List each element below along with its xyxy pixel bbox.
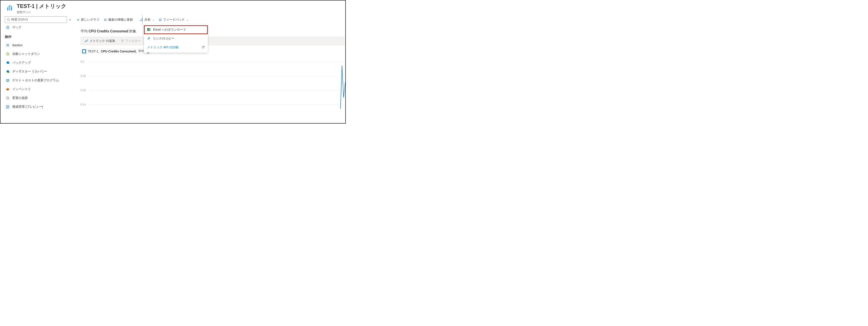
bastion-icon bbox=[6, 43, 10, 47]
menu-item-excel-download[interactable]: X Excel へのダウンロード bbox=[144, 25, 208, 34]
svg-point-29 bbox=[86, 40, 86, 41]
share-button[interactable]: 共有 ⌄ bbox=[138, 16, 156, 24]
add-metric-button[interactable]: メトリック の追加 bbox=[83, 37, 117, 45]
svg-rect-16 bbox=[7, 97, 9, 99]
lock-icon bbox=[6, 26, 10, 29]
sidebar-item-config-mgmt[interactable]: 構成管理 (プレビュー) bbox=[5, 102, 71, 111]
svg-point-9 bbox=[7, 45, 8, 46]
button-label: メトリック の追加 bbox=[90, 39, 115, 43]
sidebar-item-label: インベントリ bbox=[12, 87, 31, 91]
sidebar-item-label: 変更の追跡 bbox=[12, 96, 28, 100]
svg-point-22 bbox=[160, 19, 160, 20]
sidebar-item-label: ロック bbox=[12, 25, 22, 29]
smiley-icon bbox=[159, 18, 162, 21]
update-icon bbox=[6, 79, 10, 82]
toolbar-label: フィードバック bbox=[163, 18, 185, 22]
chevron-down-icon: ⌄ bbox=[152, 19, 154, 21]
refresh-button[interactable]: 最新の情報に更新 bbox=[102, 16, 135, 24]
svg-point-23 bbox=[160, 19, 161, 20]
plus-icon bbox=[76, 18, 80, 21]
y-tick: 0.2 bbox=[81, 60, 89, 63]
series-line bbox=[89, 58, 345, 109]
vm-icon bbox=[82, 49, 86, 53]
svg-point-31 bbox=[87, 40, 88, 40]
y-tick: 0.18 bbox=[81, 75, 89, 78]
menu-item-label: メトリック API の詳細 bbox=[147, 46, 178, 49]
menu-item-label: Excel へのダウンロード bbox=[153, 28, 186, 32]
sidebar-item-bastion[interactable]: Bastion bbox=[5, 41, 71, 50]
toolbar-label: 新しいグラフ bbox=[81, 18, 99, 22]
toolbar-label: 最新の情報に更新 bbox=[108, 18, 133, 22]
sidebar-item-auto-shutdown[interactable]: 自動シャットダウン bbox=[5, 50, 71, 58]
svg-rect-13 bbox=[7, 80, 8, 81]
y-tick: 0.16 bbox=[81, 89, 89, 92]
sidebar-item-label: ディザスター リカバリー bbox=[12, 69, 47, 73]
page-title: TEST-1 | メトリック bbox=[17, 3, 66, 10]
clock-icon bbox=[6, 52, 10, 56]
svg-text:X: X bbox=[148, 29, 149, 31]
chevron-down-icon: ⌄ bbox=[186, 19, 188, 21]
svg-rect-2 bbox=[11, 7, 12, 10]
button-label: フィルター bbox=[125, 39, 141, 43]
pill-agg: 平均 bbox=[138, 49, 144, 53]
link-icon bbox=[147, 36, 151, 41]
svg-point-11 bbox=[8, 71, 9, 73]
sidebar-item-label: バックアップ bbox=[12, 61, 31, 65]
add-filter-button[interactable]: フィルター bbox=[119, 37, 143, 45]
share-menu: X Excel へのダウンロード リンクのコピー メトリック API の詳細 bbox=[144, 25, 208, 53]
svg-point-30 bbox=[86, 41, 87, 42]
svg-point-28 bbox=[85, 41, 86, 42]
pill-resource: TEST-1, bbox=[88, 50, 99, 53]
excel-icon: X bbox=[147, 28, 151, 32]
sidebar-item-dr[interactable]: ディザスター リカバリー bbox=[5, 67, 71, 76]
svg-rect-26 bbox=[149, 28, 151, 31]
sidebar-item-label: Bastion bbox=[12, 43, 23, 47]
svg-rect-15 bbox=[6, 97, 8, 99]
new-chart-button[interactable]: 新しいグラフ bbox=[74, 16, 102, 24]
toolbar-label: 共有 bbox=[144, 18, 151, 22]
menu-item-label: リンクのコピー bbox=[153, 36, 174, 40]
sidebar-item-lock[interactable]: ロック bbox=[5, 23, 71, 32]
change-tracking-icon bbox=[6, 96, 10, 100]
svg-rect-14 bbox=[7, 81, 8, 82]
chart-plot-area[interactable]: 0.2 0.18 0.16 0.14 bbox=[81, 58, 345, 109]
svg-point-6 bbox=[7, 19, 9, 21]
sidebar-item-label: ゲスト + ホストの更新プログラム bbox=[12, 79, 59, 82]
sidebar-item-backup[interactable]: バックアップ bbox=[5, 58, 71, 67]
menu-item-api-details[interactable]: メトリック API の詳細 bbox=[144, 43, 208, 52]
sidebar-item-label: 自動シャットダウン bbox=[12, 52, 40, 56]
page-subtitle: 仮想マシン bbox=[17, 10, 66, 14]
dr-icon bbox=[6, 70, 10, 73]
sidebar-section-label: 操作 bbox=[5, 32, 71, 41]
external-link-icon bbox=[202, 46, 205, 49]
refresh-icon bbox=[104, 18, 107, 21]
chart-title: 平均 CPU Credits Consumed 対象 bbox=[81, 29, 136, 33]
svg-rect-1 bbox=[9, 6, 10, 10]
pill-metric: CPU Credits Consumed, bbox=[101, 50, 136, 53]
filter-icon bbox=[121, 39, 124, 42]
svg-line-7 bbox=[9, 20, 10, 21]
collapse-sidebar-button[interactable]: « bbox=[69, 18, 71, 21]
add-metric-icon bbox=[85, 39, 88, 43]
backup-icon bbox=[6, 61, 10, 64]
y-tick: 0.14 bbox=[81, 103, 89, 106]
config-icon bbox=[6, 105, 10, 109]
sidebar-item-label: 構成管理 (プレビュー) bbox=[12, 105, 43, 109]
sidebar-item-change-tracking[interactable]: 変更の追跡 bbox=[5, 94, 71, 102]
search-icon bbox=[7, 18, 10, 21]
search-input[interactable]: 検索 (Ctrl+/) bbox=[5, 16, 67, 23]
svg-rect-8 bbox=[7, 27, 9, 29]
metric-pill[interactable]: TEST-1, CPU Credits Consumed, 平均 ✕ bbox=[81, 49, 152, 54]
search-placeholder: 検索 (Ctrl+/) bbox=[11, 18, 28, 22]
metrics-icon bbox=[6, 3, 14, 12]
svg-point-21 bbox=[159, 19, 161, 21]
sidebar-item-guest-host-update[interactable]: ゲスト + ホストの更新プログラム bbox=[5, 76, 71, 85]
inventory-icon bbox=[6, 87, 10, 91]
feedback-button[interactable]: フィードバック ⌄ bbox=[156, 16, 191, 24]
sidebar-item-inventory[interactable]: インベントリ bbox=[5, 85, 71, 94]
svg-rect-0 bbox=[7, 8, 8, 10]
menu-item-copy-link[interactable]: リンクのコピー bbox=[144, 34, 208, 43]
